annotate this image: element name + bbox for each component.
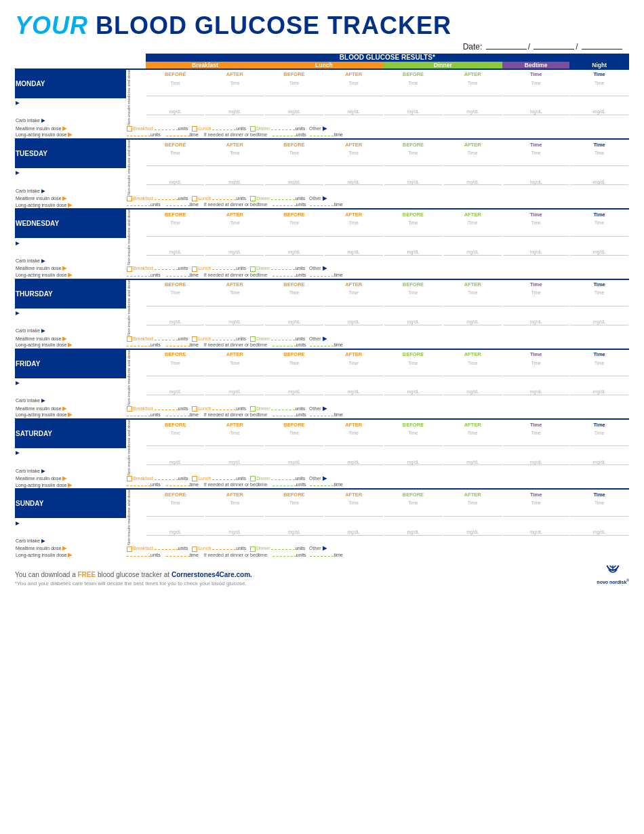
bt-time: Time (503, 500, 569, 506)
input-line-7[interactable] (570, 369, 628, 376)
input-line-1[interactable] (205, 159, 264, 166)
input-line-0[interactable] (146, 439, 205, 446)
input-line-3[interactable] (325, 509, 383, 517)
input-line-3[interactable] (325, 299, 383, 306)
input-line-6[interactable] (503, 439, 569, 446)
input-line-1[interactable] (205, 89, 264, 96)
input-line-0[interactable] (146, 229, 205, 237)
footer-small: *You and your diabetes care team will de… (15, 580, 629, 587)
novo-nordisk-logo: novo nordisk® (597, 565, 629, 584)
mg1: mg/dL (146, 109, 205, 115)
input-line-4[interactable] (384, 369, 443, 376)
input-line-6[interactable] (503, 159, 569, 166)
blood-glucose-header: BLOOD GLUCOSE RESULTS* (146, 54, 629, 62)
side-label: Non-insulin medicine and dose (127, 280, 132, 336)
bf-before-time: Time (146, 361, 205, 366)
mg6: mg/dL (443, 319, 502, 325)
input-line-6[interactable] (503, 299, 569, 306)
date-year[interactable] (582, 49, 622, 49)
dinner-before-label: BEFORE (384, 281, 443, 287)
mg2: mg/dL (205, 530, 264, 536)
breakfast-before-label: BEFORE (146, 212, 205, 218)
input-line-5[interactable] (443, 369, 502, 376)
input-line-7[interactable] (570, 89, 628, 96)
mg6: mg/dL (443, 250, 502, 256)
longacting-insulin-row-wednesday: Long-acting insulin dose ▶ units time If… (15, 272, 629, 279)
input-line-6[interactable] (503, 509, 569, 517)
date-line: Date: / / (15, 42, 629, 52)
input-line-1[interactable] (205, 509, 264, 517)
side-label: Non-insulin medicine and dose (127, 420, 132, 475)
bedtime-time-label: Time (503, 71, 569, 77)
nt-time: Time (570, 151, 628, 156)
input-line-4[interactable] (384, 159, 443, 166)
input-line-0[interactable] (146, 299, 205, 306)
input-line-4[interactable] (384, 299, 443, 306)
day-label-friday: FRIDAY (16, 360, 40, 368)
l-before-time: Time (265, 151, 323, 156)
date-month[interactable] (486, 49, 527, 49)
carb-intake-label: Carb intake ▶ (16, 538, 45, 543)
input-line-6[interactable] (503, 229, 569, 237)
arrow-row-friday: ▶ (15, 378, 629, 388)
input-line-1[interactable] (205, 229, 264, 237)
input-line-4[interactable] (384, 89, 443, 96)
carb-intake-label: Carb intake ▶ (16, 469, 45, 473)
input-line-2[interactable] (265, 439, 323, 446)
input-line-2[interactable] (265, 509, 323, 517)
input-line-4[interactable] (384, 229, 443, 237)
input-line-0[interactable] (146, 89, 205, 96)
input-line-5[interactable] (443, 159, 502, 166)
input-line-4[interactable] (384, 509, 443, 517)
mg2: mg/dL (205, 180, 264, 186)
input-line-0[interactable] (146, 369, 205, 376)
input-line-7[interactable] (570, 299, 628, 306)
input-line-3[interactable] (325, 89, 383, 96)
mg3: mg/dL (265, 319, 323, 325)
input-line-1[interactable] (205, 439, 264, 446)
input-line-0[interactable] (146, 509, 205, 517)
input-line-1[interactable] (205, 299, 264, 306)
input-line-5[interactable] (443, 509, 502, 517)
input-line-2[interactable] (265, 159, 323, 166)
d-after-time: Time (443, 151, 502, 156)
longacting-insulin-row-monday: Long-acting insulin dose ▶ units time If… (15, 132, 629, 139)
bt-time: Time (503, 431, 569, 436)
bedtime-time-label: Time (503, 142, 569, 148)
input-line-0[interactable] (146, 159, 205, 166)
input-line-6[interactable] (503, 89, 569, 96)
input-line-7[interactable] (570, 229, 628, 237)
dinner-after-label: AFTER (443, 492, 502, 498)
breakfast-after-label: AFTER (205, 142, 264, 148)
input-line-1[interactable] (205, 369, 264, 376)
input-line-2[interactable] (265, 299, 323, 306)
l-before-time: Time (265, 431, 323, 436)
lunch-after-label: AFTER (325, 422, 383, 428)
input-line-3[interactable] (325, 439, 383, 446)
input-line-3[interactable] (325, 229, 383, 237)
input-line-7[interactable] (570, 509, 628, 517)
input-line-5[interactable] (443, 229, 502, 237)
input-line-3[interactable] (325, 159, 383, 166)
longacting-label: Long-acting insulin dose ▶ (16, 553, 72, 557)
input-line-4[interactable] (384, 439, 443, 446)
input-line-3[interactable] (325, 369, 383, 376)
input-line-6[interactable] (503, 369, 569, 376)
input-line-2[interactable] (265, 89, 323, 96)
date-day[interactable] (534, 49, 574, 49)
bedtime-time-label: Time (503, 281, 569, 287)
input-line-5[interactable] (443, 89, 502, 96)
input-line-2[interactable] (265, 369, 323, 376)
input-line-2[interactable] (265, 229, 323, 237)
mg-row-tuesday: mg/dLmg/dLmg/dLmg/dLmg/dLmg/dLmg/dLmg/dL (15, 178, 629, 186)
nt-time: Time (570, 290, 628, 296)
input-line-7[interactable] (570, 439, 628, 446)
input-line-7[interactable] (570, 159, 628, 166)
lunch-header: Lunch (264, 62, 383, 69)
night-time-label: Time (570, 492, 628, 498)
arrow-row-monday: ▶ (15, 98, 629, 108)
breakfast-before-label: BEFORE (146, 492, 205, 498)
longacting-label: Long-acting insulin dose ▶ (16, 342, 72, 347)
input-line-5[interactable] (443, 299, 502, 306)
input-line-5[interactable] (443, 439, 502, 446)
